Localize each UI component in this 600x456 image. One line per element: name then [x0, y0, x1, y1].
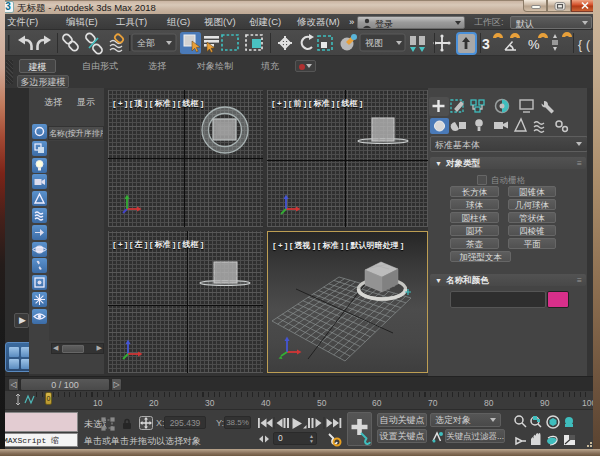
svg-text:{: {	[578, 38, 582, 52]
svg-text:全部: 全部	[137, 38, 155, 48]
svg-text:%: %	[528, 37, 540, 52]
svg-text:(: (	[586, 38, 590, 52]
svg-text:3: 3	[482, 36, 490, 52]
svg-text:视图: 视图	[365, 38, 383, 48]
